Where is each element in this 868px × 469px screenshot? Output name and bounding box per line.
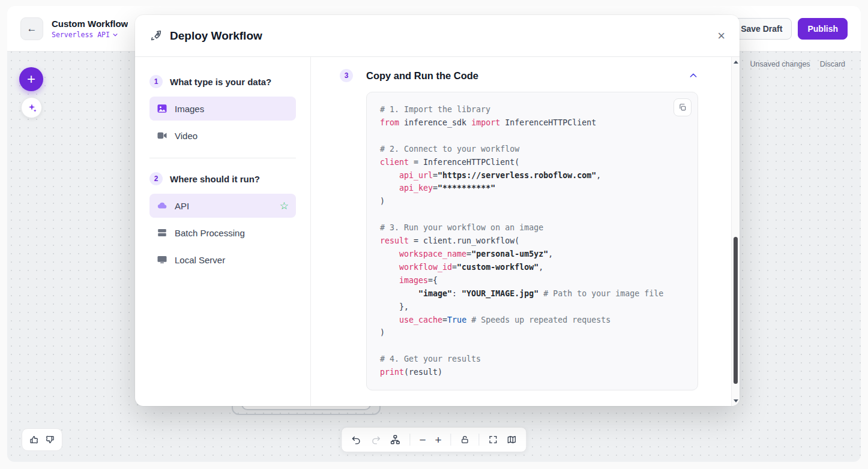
fit-view-button[interactable]	[489, 435, 498, 444]
option-batch-processing[interactable]: Batch Processing	[149, 221, 296, 245]
lock-canvas-button[interactable]	[460, 435, 470, 444]
deploy-content: 3 Copy and Run the Code # 1. Import the …	[311, 57, 731, 406]
code-lines: # 1. Import the libraryfrom inference_sd…	[380, 103, 684, 379]
code-line: workflow_id="custom-workflow",	[380, 261, 684, 274]
monitor-icon	[157, 254, 167, 265]
canvas-toolbar: − +	[341, 427, 526, 452]
code-line	[380, 339, 684, 353]
option-video[interactable]: Video	[149, 124, 296, 148]
unsaved-changes-label: Unsaved changes	[750, 60, 810, 68]
undo-icon	[351, 435, 361, 445]
step-3-header: 3 Copy and Run the Code	[340, 69, 698, 82]
lock-icon	[460, 435, 470, 444]
code-line: use_cache=True # Speeds up repeated requ…	[380, 314, 684, 327]
back-arrow-icon: ←	[27, 23, 37, 35]
collapse-section-button[interactable]	[689, 71, 698, 80]
code-line: from inference_sdk import InferenceHTTPC…	[380, 116, 684, 130]
code-line: # 4. Get your results	[380, 353, 684, 366]
code-line: # 1. Import the library	[380, 103, 684, 116]
zoom-out-button[interactable]: −	[419, 434, 426, 446]
ai-assistant-button[interactable]	[21, 97, 42, 118]
option-video-label: Video	[175, 131, 197, 141]
chevron-down-icon	[112, 32, 118, 38]
option-local-label: Local Server	[175, 255, 225, 265]
top-bar-right: Save Draft Publish	[731, 18, 848, 40]
cloud-icon	[157, 200, 167, 211]
code-line: images={	[380, 274, 684, 287]
step-1-badge: 1	[149, 75, 163, 88]
option-api-label: API	[175, 201, 189, 211]
map-icon	[507, 435, 517, 444]
workflow-canvas: ← Custom Workflow Serverless API Save Dr…	[7, 6, 861, 462]
server-stack-icon	[157, 227, 167, 238]
code-line	[380, 130, 684, 143]
thumbs-down-button[interactable]	[45, 435, 55, 444]
deploy-workflow-modal: Deploy Workflow × 1 What type is your da…	[135, 15, 740, 406]
option-images[interactable]: Images	[149, 97, 296, 121]
code-line: )	[380, 195, 684, 208]
publish-button[interactable]: Publish	[798, 18, 848, 40]
chevron-up-icon	[689, 71, 698, 80]
option-local-server[interactable]: Local Server	[149, 248, 296, 272]
top-bar-left: ← Custom Workflow Serverless API	[20, 17, 128, 40]
code-line: result = client.run_workflow(	[380, 235, 684, 248]
toolbar-divider	[479, 434, 480, 446]
star-icon: ☆	[280, 200, 289, 212]
workflow-title: Custom Workflow	[52, 19, 128, 29]
code-block: # 1. Import the libraryfrom inference_sd…	[366, 92, 698, 390]
scroll-down-arrow-icon[interactable]	[734, 399, 738, 402]
modal-title: Deploy Workflow	[170, 29, 262, 43]
deploy-sidebar: 1 What type is your data? Images Video 2…	[135, 57, 311, 406]
code-line: client = InferenceHTTPClient(	[380, 156, 684, 169]
scroll-up-arrow-icon[interactable]	[734, 61, 738, 64]
deployment-target-dropdown[interactable]: Serverless API	[52, 31, 128, 39]
unsaved-changes-row: Unsaved changes Discard	[750, 60, 845, 68]
image-icon	[157, 103, 167, 114]
save-draft-button[interactable]: Save Draft	[731, 18, 792, 40]
copy-code-button[interactable]	[674, 98, 692, 116]
discard-link[interactable]: Discard	[820, 60, 845, 68]
rocket-icon	[149, 29, 163, 43]
zoom-in-button[interactable]: +	[435, 434, 442, 446]
auto-layout-button[interactable]	[390, 434, 400, 445]
code-line: },	[380, 300, 684, 314]
step-2-question: Where should it run?	[170, 174, 260, 184]
thumbs-up-button[interactable]	[29, 435, 39, 444]
toolbar-divider	[409, 434, 410, 446]
copy-icon	[678, 103, 687, 112]
code-line: "image": "YOUR_IMAGE.jpg" # Path to your…	[380, 287, 684, 300]
thumbs-up-icon	[29, 435, 39, 444]
minimap-button[interactable]	[507, 435, 517, 444]
step-2-header: 2 Where should it run?	[149, 172, 296, 185]
feedback-pill	[22, 428, 62, 451]
step-1-header: 1 What type is your data?	[149, 75, 296, 88]
video-icon	[157, 130, 167, 141]
redo-icon	[370, 435, 381, 445]
deployment-target-label: Serverless API	[52, 31, 110, 39]
option-images-label: Images	[175, 104, 204, 114]
code-line: api_url="https://serverless.roboflow.com…	[380, 169, 684, 182]
back-button[interactable]: ←	[20, 17, 43, 40]
thumbs-down-icon	[45, 435, 55, 444]
close-icon[interactable]: ×	[717, 29, 725, 43]
undo-button[interactable]	[351, 435, 361, 445]
code-line: )	[380, 326, 684, 339]
plus-icon: +	[27, 71, 35, 88]
redo-button[interactable]	[370, 435, 381, 445]
step-3-title: Copy and Run the Code	[366, 70, 478, 82]
step-2-badge: 2	[149, 172, 163, 185]
code-line	[380, 208, 684, 221]
code-line: api_key="**********"	[380, 182, 684, 195]
code-line: # 3. Run your workflow on an image	[380, 221, 684, 235]
code-line: print(result)	[380, 366, 684, 379]
code-line: # 2. Connect to your workflow	[380, 143, 684, 156]
add-node-button[interactable]: +	[19, 67, 43, 91]
option-api[interactable]: API ☆	[149, 194, 296, 218]
modal-scrollbar[interactable]	[731, 57, 740, 406]
code-line: workspace_name="personal-um5yz",	[380, 248, 684, 261]
step-1-question: What type is your data?	[170, 77, 271, 87]
modal-header: Deploy Workflow ×	[135, 15, 740, 57]
step-3-badge: 3	[340, 69, 353, 82]
option-batch-label: Batch Processing	[175, 228, 245, 238]
scrollbar-thumb[interactable]	[734, 237, 738, 384]
